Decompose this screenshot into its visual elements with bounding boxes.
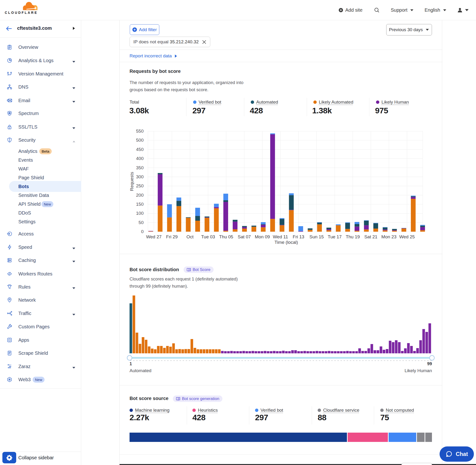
svg-text:Wed 11: Wed 11 [273, 234, 288, 239]
svg-text:Time (local): Time (local) [275, 240, 298, 245]
svg-text:Mon 23: Mon 23 [381, 234, 396, 239]
svg-text:Wed 27: Wed 27 [146, 234, 161, 239]
svg-text:200: 200 [136, 193, 144, 198]
svg-text:150: 150 [136, 202, 144, 207]
svg-text:100: 100 [136, 211, 144, 216]
svg-text:300: 300 [136, 174, 144, 179]
svg-text:Wed 25: Wed 25 [399, 234, 415, 239]
svg-text:450: 450 [136, 147, 144, 152]
svg-text:500: 500 [136, 137, 144, 143]
svg-text:Tue 17: Tue 17 [328, 234, 341, 239]
svg-text:50: 50 [138, 220, 144, 225]
svg-text:Sun 15: Sun 15 [309, 234, 324, 239]
svg-text:250: 250 [136, 183, 144, 188]
svg-text:350: 350 [136, 165, 144, 170]
svg-text:Fri 13: Fri 13 [293, 234, 304, 239]
svg-text:Oct: Oct [186, 234, 194, 239]
svg-text:Mon 09: Mon 09 [255, 234, 270, 239]
svg-text:Sat 07: Sat 07 [238, 234, 251, 239]
svg-text:Requests: Requests [129, 172, 134, 191]
svg-text:Fri 29: Fri 29 [166, 234, 178, 239]
svg-text:0: 0 [141, 229, 144, 234]
svg-text:Tue 03: Tue 03 [201, 234, 215, 239]
svg-text:Thu 19: Thu 19 [346, 234, 360, 239]
svg-text:Thu 05: Thu 05 [219, 234, 233, 239]
svg-text:400: 400 [136, 156, 144, 161]
svg-text:Sat 21: Sat 21 [364, 234, 377, 239]
svg-text:550: 550 [136, 128, 144, 134]
